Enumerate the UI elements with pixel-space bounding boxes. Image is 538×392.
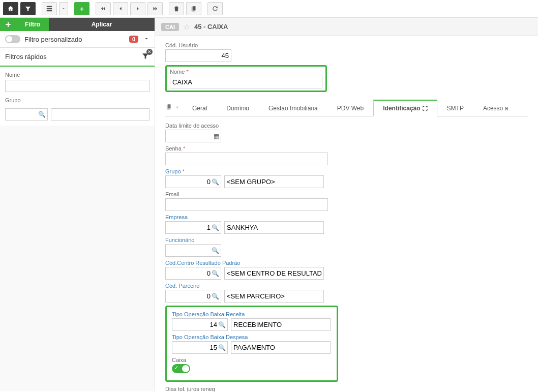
cod-usuario-label: Cód. Usuário (165, 42, 528, 48)
search-icon[interactable]: 🔍 (38, 111, 46, 118)
parceiro-desc-input[interactable] (224, 290, 324, 303)
filtro-personalizado-toggle[interactable] (5, 35, 20, 43)
tab-smtp[interactable]: SMTP (437, 100, 473, 116)
caixa-label: Caixa (172, 357, 332, 363)
centro-desc-input[interactable] (224, 267, 324, 280)
receita-desc-input[interactable] (231, 318, 331, 331)
sidebar-nome-input[interactable] (5, 80, 150, 92)
nome-highlight: Nome * (165, 65, 327, 92)
despesa-label[interactable]: Tipo Operação Baixa Despesa (172, 334, 332, 340)
page-title: 45 - CAIXA (194, 23, 228, 31)
tab-dominio[interactable]: Domínio (217, 100, 259, 116)
tab-bar: Geral Domínio Gestão Imobiliária PDV Web… (165, 99, 528, 116)
tab-scroll-left-icon[interactable] (174, 104, 180, 111)
calendar-icon[interactable]: ▦ (214, 133, 219, 140)
tab-acesso[interactable]: Acesso a (473, 100, 518, 116)
sidebar: + Filtro Aplicar Filtro personalizado 0 … (0, 18, 155, 391)
empresa-label[interactable]: Empresa (165, 214, 528, 220)
refresh-button[interactable] (207, 2, 223, 15)
sidebar-nome-label: Nome (5, 72, 150, 78)
next-button[interactable] (130, 2, 145, 15)
search-icon[interactable]: 🔍 (212, 247, 219, 254)
receita-label[interactable]: Tipo Operação Baixa Receita (172, 311, 332, 317)
email-label: Email (165, 191, 528, 197)
expand-icon[interactable]: ⛶ (423, 106, 428, 111)
senha-input[interactable] (165, 153, 328, 165)
filter-count-badge: 0 (129, 36, 138, 43)
despesa-desc-input[interactable] (231, 341, 331, 354)
main-content: CAI ☆ 45 - CAIXA Cód. Usuário Nome * (155, 18, 538, 391)
nome-label: Nome * (170, 69, 322, 75)
main-toolbar: + (0, 0, 538, 18)
search-icon[interactable]: 🔍 (212, 293, 219, 300)
record-pill: CAI (161, 23, 179, 31)
home-button[interactable] (3, 2, 18, 15)
filtros-rapidos-title: Filtros rápidos (5, 53, 47, 61)
email-input[interactable] (165, 198, 328, 211)
nome-input[interactable] (170, 76, 322, 88)
tab-copy-icon[interactable] (165, 103, 172, 112)
first-page-button[interactable] (96, 2, 111, 15)
grid-dropdown[interactable] (59, 2, 68, 15)
tab-gestao[interactable]: Gestão Imobiliária (259, 100, 327, 116)
filter-expand-icon[interactable] (143, 36, 150, 43)
dias-label: Dias tol. juros reneg (165, 386, 528, 391)
parceiro-label[interactable]: Cód. Parceiro (165, 283, 528, 289)
grid-button[interactable] (42, 2, 57, 15)
senha-label: Senha * (165, 145, 528, 152)
search-icon[interactable]: 🔍 (212, 224, 219, 231)
filtro-button[interactable]: Filtro (16, 18, 49, 31)
data-limite-input[interactable] (165, 130, 221, 142)
delete-button[interactable] (169, 2, 184, 15)
add-button[interactable]: + (74, 2, 89, 15)
last-page-button[interactable] (147, 2, 163, 15)
centro-label[interactable]: Cód.Centro Resultado Padrão (165, 260, 528, 266)
funcionario-label[interactable]: Funcionário (165, 237, 528, 243)
tab-identificacao[interactable]: Identificação⛶ (373, 100, 437, 116)
filter-toolbar-button[interactable] (20, 2, 36, 15)
aplicar-button[interactable]: Aplicar (49, 18, 155, 31)
search-icon[interactable]: 🔍 (218, 321, 226, 328)
data-limite-label: Data limite de acesso (165, 123, 528, 129)
tab-pdv[interactable]: PDV Web (327, 100, 373, 116)
favorite-star-icon[interactable]: ☆ (183, 22, 190, 32)
grupo-desc-input[interactable] (224, 175, 324, 188)
empresa-desc-input[interactable] (224, 221, 324, 234)
filtro-personalizado-label: Filtro personalizado (24, 36, 125, 43)
caixa-toggle[interactable]: ✓ (172, 364, 190, 373)
sidebar-grupo-desc-input[interactable] (51, 108, 150, 120)
grupo-label[interactable]: Grupo * (165, 168, 528, 174)
tab-geral[interactable]: Geral (183, 100, 217, 116)
search-icon[interactable]: 🔍 (218, 344, 226, 351)
search-icon[interactable]: 🔍 (212, 270, 219, 277)
prev-button[interactable] (113, 2, 128, 15)
clear-filters-icon[interactable]: ✕ (141, 52, 150, 62)
search-icon[interactable]: 🔍 (212, 178, 219, 186)
operacao-highlight: Tipo Operação Baixa Receita 🔍 Tipo Opera… (165, 306, 338, 382)
cod-usuario-input[interactable] (165, 49, 231, 62)
sidebar-grupo-label: Grupo (5, 97, 150, 103)
add-filter-button[interactable]: + (0, 18, 16, 31)
copy-button[interactable] (186, 2, 201, 15)
